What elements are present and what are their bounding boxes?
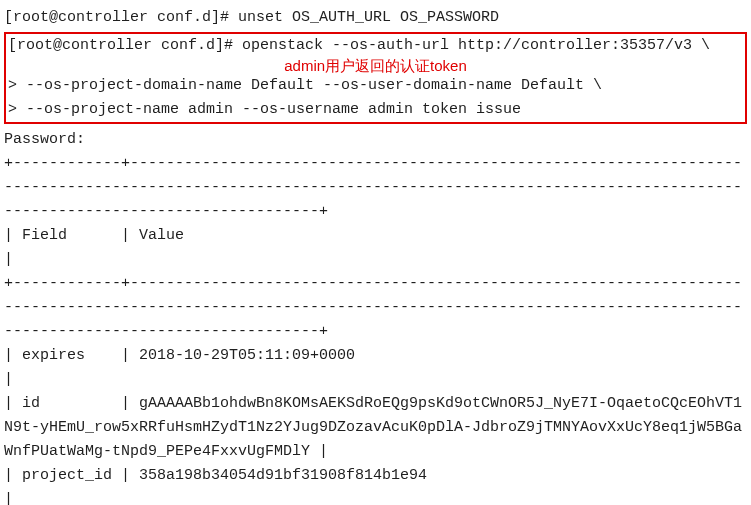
password-prompt: Password: — [4, 128, 747, 152]
table-header-row: | Field | Value | — [4, 224, 747, 272]
command-openstack-line3: > --os-project-name admin --os-username … — [8, 98, 743, 122]
annotation-text: admin用户返回的认证token — [8, 56, 743, 76]
command-openstack-line1: [root@controller conf.d]# openstack --os… — [8, 34, 743, 58]
command-unset: [root@controller conf.d]# unset OS_AUTH_… — [4, 6, 747, 30]
table-row-project-id: | project_id | 358a198b34054d91bf31908f8… — [4, 464, 747, 505]
table-border-top: +------------+--------------------------… — [4, 152, 747, 224]
highlighted-command-box: [root@controller conf.d]# openstack --os… — [4, 32, 747, 124]
command-openstack-line2: > --os-project-domain-name Default --os-… — [8, 74, 743, 98]
table-border-mid: +------------+--------------------------… — [4, 272, 747, 344]
table-row-expires: | expires | 2018-10-29T05:11:09+0000 | — [4, 344, 747, 392]
table-row-id: | id | gAAAAABb1ohdwBn8KOMsAEKSdRoEQg9ps… — [4, 392, 747, 464]
